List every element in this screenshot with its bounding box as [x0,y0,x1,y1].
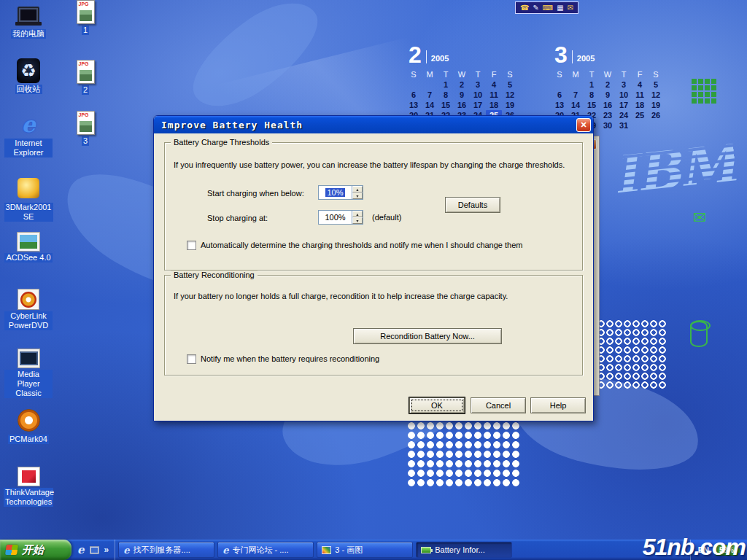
spin-up-button[interactable]: ▲ [352,186,363,192]
thinkvantage-icon [18,467,40,486]
calendar-day: 7 [568,90,584,100]
desktop-icon-jpg-1[interactable]: JPG 1 [61,0,109,35]
calendar-day: 13 [551,100,568,110]
start-charging-spinner[interactable]: 10% ▲ ▼ [318,185,363,200]
toolbar-icon[interactable]: ⌨ [543,4,553,12]
desktop-icon-jpg-2[interactable]: JPG 2 [61,60,109,95]
stop-charging-spinner[interactable]: 100% ▲ ▼ [318,210,363,225]
spin-down-button[interactable]: ▼ [352,192,363,199]
paint-icon [322,546,331,554]
reconditioning-description: If your battery no longer holds a full c… [174,292,576,300]
powerdvd-icon [18,289,39,310]
icon-label: Internet Explorer [4,139,53,158]
calendar-day: 23 [600,110,616,120]
calendar-day: 17 [470,100,486,110]
desktop-icon-thinkvantage[interactable]: ThinkVantage Technologies [4,467,53,507]
toolbar-icon[interactable]: ✉ [568,4,573,12]
spin-down-button[interactable]: ▼ [352,217,363,224]
recycle-bin-icon: ♻ [17,58,40,83]
weekday-label: S [502,70,518,79]
close-button[interactable]: ✕ [576,118,591,132]
my-computer-icon [14,1,43,28]
chevron-icon[interactable]: » [104,545,109,555]
calendar-day: 11 [632,90,648,100]
spinner-buttons: ▲ ▼ [352,211,363,224]
auto-determine-label: Automatically determine the charging thr… [201,241,522,250]
cancel-button[interactable]: Cancel [471,397,526,413]
desktop-icon-internet-explorer[interactable]: e Internet Explorer [4,111,53,158]
spin-up-button[interactable]: ▲ [352,211,363,217]
start-charging-label: Start charging when below: [207,189,304,198]
start-charging-value[interactable]: 10% [325,188,344,197]
thresholds-description: If you infrequently use battery power, y… [174,160,576,169]
taskbar-button-battery-information[interactable]: Battery Infor... [416,542,512,558]
desktop-icon-pcmark04[interactable]: PCMark04 [4,407,53,444]
defaults-button[interactable]: Defaults [445,197,500,213]
notify-reconditioning-row: Notify me when the battery requires reco… [187,354,573,364]
battery-charge-thresholds-group: Battery Charge Thresholds If you infrequ… [164,142,583,271]
quick-launch-ie-icon[interactable]: e [77,543,85,556]
auto-determine-checkbox[interactable] [187,241,196,250]
icon-label: CyberLink PowerDVD [4,311,53,330]
icon-label: 3DMark2001 SE [4,203,53,222]
calendar-day: 17 [616,100,632,110]
icon-label: 1 [82,26,89,35]
desktop-icon-powerdvd[interactable]: CyberLink PowerDVD [4,289,53,330]
calendar-header: 3 2005 [551,41,665,66]
desktop-icon-media-player-classic[interactable]: Media Player Classic [4,349,53,398]
up-arrow-icon: ▲ [355,187,359,191]
calendar-day: 3 [616,79,632,90]
spinner-buttons: ▲ ▼ [352,186,363,199]
calendar-day: 24 [616,110,632,120]
calendar-year: 2005 [577,54,595,63]
taskbar-button-forum[interactable]: e 专门网论坛 - .... [217,542,314,558]
jpg-badge: JPG [79,1,89,7]
show-desktop-icon[interactable] [90,546,99,554]
calendar-day: 31 [616,120,632,131]
desktop-icon-acdsee[interactable]: ACDSee 4.0 [4,232,53,262]
recondition-battery-button[interactable]: Recondition Battery Now... [353,328,502,344]
weekday-label: T [470,70,486,79]
desktop-icon-recycle-bin[interactable]: ♻ 回收站 [4,58,53,94]
calendar-day: 10 [470,90,486,100]
jpg-file-icon: JPG [77,0,95,24]
calendar-day [568,79,584,90]
weekday-label: T [584,70,600,79]
desktop-icon-jpg-3[interactable]: JPG 3 [61,111,109,146]
media-player-classic-icon [18,349,40,368]
calendar-day: 8 [584,90,600,100]
calendar-day: 5 [648,79,664,90]
taskbar-button-server-not-found[interactable]: e 找不到服务器.... [118,542,214,558]
calendar-day [422,79,438,90]
calendar-weekday-row: SMTWTFS [551,70,665,79]
default-note: (default) [372,213,401,222]
notify-reconditioning-checkbox[interactable] [187,354,196,364]
calendar-divider [572,50,573,63]
windows-logo-icon [5,545,18,555]
start-button[interactable]: 开始 [0,540,71,560]
calendar-day: 13 [406,100,422,110]
ie-page-icon: e [222,545,228,556]
calendar-day: 4 [486,79,502,90]
floating-toolbar[interactable]: ☎✎⌨▦✉ [515,1,578,14]
dot-grid-decoration [407,421,522,488]
desktop-icon-my-computer[interactable]: 我的电脑 [4,1,53,39]
weekday-label: T [438,70,454,79]
help-button[interactable]: Help [530,397,586,413]
desktop-icon-3dmark2001[interactable]: 3DMark2001 SE [4,175,53,222]
toolbar-icon[interactable]: ☎ [520,4,529,12]
jpg-file-icon: JPG [77,60,95,84]
stop-charging-label: Stop charging at: [207,214,268,222]
dialog-titlebar[interactable]: Improve Battery Health ✕ [154,116,593,133]
calendar-divider [426,50,427,63]
down-arrow-icon: ▼ [355,194,359,198]
stop-charging-value[interactable]: 100% [323,213,347,222]
watermark: 51nb.com [643,534,746,560]
down-arrow-icon: ▼ [355,219,359,222]
calendar-day: 6 [551,90,568,100]
taskbar-button-paint[interactable]: 3 - 画图 [317,542,413,558]
toolbar-icon[interactable]: ✎ [533,4,538,12]
toolbar-icon[interactable]: ▦ [557,4,563,12]
ok-button[interactable]: OK [409,397,465,413]
calendar-day: 14 [568,100,584,110]
